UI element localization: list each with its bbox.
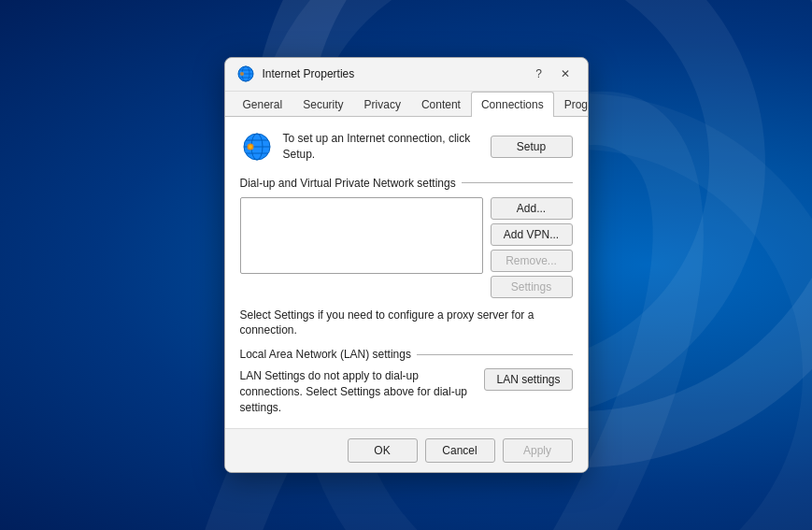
setup-row: To set up an Internet connection, click … (240, 130, 573, 164)
apply-button[interactable]: Apply (503, 438, 573, 463)
dialog-footer: OK Cancel Apply (225, 428, 588, 472)
svg-point-12 (249, 145, 252, 149)
tab-programs[interactable]: Programs (554, 92, 589, 117)
title-bar: Internet Properties ? ✕ (225, 58, 588, 92)
tab-general[interactable]: General (233, 92, 293, 117)
proxy-text: Select Settings if you need to configure… (240, 308, 573, 339)
help-button[interactable]: ? (528, 63, 550, 85)
dialog-body: To set up an Internet connection, click … (225, 117, 588, 429)
close-button[interactable]: ✕ (554, 63, 577, 85)
lan-text: LAN Settings do not apply to dial-up con… (240, 368, 476, 415)
cancel-button[interactable]: Cancel (425, 438, 495, 463)
vpn-list[interactable] (240, 197, 483, 274)
settings-button[interactable]: Settings (491, 276, 573, 298)
vpn-buttons: Add... Add VPN... Remove... Settings (491, 197, 573, 298)
tab-content[interactable]: Content (411, 92, 471, 117)
svg-point-5 (240, 72, 244, 76)
remove-button[interactable]: Remove... (491, 250, 573, 272)
tab-privacy[interactable]: Privacy (354, 92, 411, 117)
vpn-section-label: Dial-up and Virtual Private Network sett… (240, 177, 573, 190)
setup-icon (240, 130, 274, 164)
dialog-icon (236, 64, 255, 83)
lan-section-label: Local Area Network (LAN) settings (240, 348, 573, 361)
lan-section: Local Area Network (LAN) settings LAN Se… (240, 348, 573, 415)
title-bar-controls: ? ✕ (528, 63, 577, 85)
tab-bar: General Security Privacy Content Connect… (225, 92, 588, 117)
tab-security[interactable]: Security (292, 92, 353, 117)
vpn-area: Add... Add VPN... Remove... Settings (240, 197, 573, 298)
add-button[interactable]: Add... (491, 197, 573, 220)
lan-settings-button[interactable]: LAN settings (484, 368, 572, 391)
add-vpn-button[interactable]: Add VPN... (491, 223, 573, 246)
setup-button[interactable]: Setup (491, 136, 573, 158)
tab-connections[interactable]: Connections (471, 92, 554, 117)
internet-properties-dialog: Internet Properties ? ✕ General Security… (224, 57, 589, 474)
dialog-overlay: Internet Properties ? ✕ General Security… (0, 0, 812, 530)
setup-text: To set up an Internet connection, click … (283, 131, 481, 163)
dialog-title: Internet Properties (263, 67, 528, 80)
lan-row: LAN Settings do not apply to dial-up con… (240, 368, 573, 415)
ok-button[interactable]: OK (348, 438, 418, 463)
